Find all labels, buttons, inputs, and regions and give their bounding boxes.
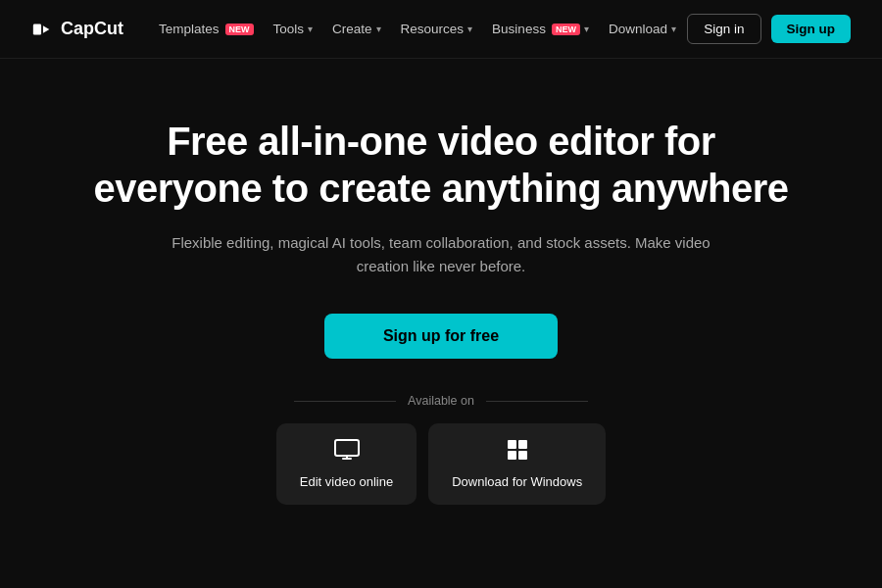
nav-item-create[interactable]: Create ▾ xyxy=(324,16,389,42)
nav-label-resources: Resources xyxy=(401,22,465,36)
chevron-down-icon: ▾ xyxy=(671,24,676,34)
navbar-right: Sign in Sign up xyxy=(687,14,851,44)
nav-item-business[interactable]: Business New ▾ xyxy=(484,16,597,42)
badge-new-templates: New xyxy=(225,24,254,35)
sign-up-button[interactable]: Sign up xyxy=(771,15,852,43)
divider-left xyxy=(294,401,396,402)
chevron-down-icon: ▾ xyxy=(308,24,313,34)
logo[interactable]: CapCut xyxy=(31,19,123,40)
nav-items: Templates New Tools ▾ Create ▾ Resources… xyxy=(151,16,684,42)
svg-rect-1 xyxy=(335,440,359,456)
signup-for-free-button[interactable]: Sign up for free xyxy=(324,314,558,359)
nav-item-tools[interactable]: Tools ▾ xyxy=(266,16,321,42)
chevron-down-icon: ▾ xyxy=(376,24,381,34)
capcut-logo-icon xyxy=(31,19,53,40)
badge-new-business: New xyxy=(552,24,580,35)
platform-buttons: Edit video online Download for Windows xyxy=(276,423,606,505)
svg-rect-2 xyxy=(508,440,516,449)
navbar: CapCut Templates New Tools ▾ Create ▾ Re… xyxy=(0,0,882,59)
divider-right xyxy=(486,401,588,402)
nav-item-resources[interactable]: Resources ▾ xyxy=(393,16,481,42)
hero-subtitle: Flexible editing, magical AI tools, team… xyxy=(167,231,715,278)
svg-rect-0 xyxy=(33,24,41,34)
svg-rect-5 xyxy=(518,451,527,460)
windows-icon xyxy=(507,439,528,466)
nav-label-business: Business xyxy=(492,22,546,36)
nav-item-download[interactable]: Download ▾ xyxy=(601,16,684,42)
sign-in-button[interactable]: Sign in xyxy=(687,14,760,44)
available-label: Available on xyxy=(408,394,474,408)
edit-online-button[interactable]: Edit video online xyxy=(276,423,416,505)
nav-label-tools: Tools xyxy=(273,22,305,36)
chevron-down-icon: ▾ xyxy=(467,24,472,34)
svg-rect-4 xyxy=(508,451,516,460)
nav-label-templates: Templates xyxy=(159,22,220,36)
hero-title: Free all-in-one video editor for everyon… xyxy=(88,118,794,212)
logo-text: CapCut xyxy=(61,19,123,39)
nav-label-create: Create xyxy=(332,22,372,36)
svg-rect-3 xyxy=(518,440,527,449)
nav-item-templates[interactable]: Templates New xyxy=(151,16,262,42)
download-windows-label: Download for Windows xyxy=(452,474,582,489)
hero-section: Free all-in-one video editor for everyon… xyxy=(0,59,882,544)
monitor-icon xyxy=(334,439,360,466)
nav-label-download: Download xyxy=(609,22,667,36)
navbar-left: CapCut Templates New Tools ▾ Create ▾ Re… xyxy=(31,16,684,42)
chevron-down-icon: ▾ xyxy=(584,24,589,34)
download-windows-button[interactable]: Download for Windows xyxy=(428,423,606,505)
available-label-row: Available on xyxy=(294,394,588,408)
edit-online-label: Edit video online xyxy=(300,474,393,489)
available-section: Available on Edit video online xyxy=(31,394,851,505)
